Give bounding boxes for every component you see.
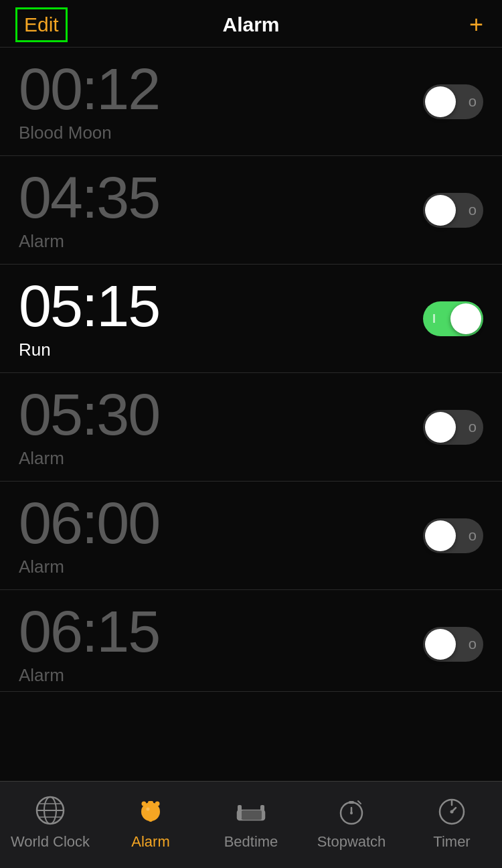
svg-point-8	[155, 801, 160, 806]
alarm-item: 06:15 Alarm	[0, 590, 502, 692]
tab-label-world-clock: World Clock	[11, 833, 90, 851]
tab-label-bedtime: Bedtime	[224, 833, 278, 851]
toggle-knob	[425, 412, 456, 443]
tab-bar: World Clock Alarm	[0, 781, 502, 868]
svg-rect-6	[148, 801, 153, 804]
add-alarm-button[interactable]: +	[469, 13, 483, 37]
alarm-info: 04:35 Alarm	[19, 168, 159, 252]
svg-rect-14	[238, 805, 242, 820]
toggle-knob	[425, 520, 456, 551]
alarm-time: 04:35	[19, 168, 159, 227]
alarm-label: Alarm	[19, 231, 159, 252]
alarm-label: Alarm	[19, 448, 159, 469]
alarm-time: 05:30	[19, 385, 159, 444]
alarm-time: 06:00	[19, 494, 159, 553]
svg-point-10	[144, 805, 157, 818]
alarm-toggle[interactable]	[423, 84, 483, 119]
alarm-label: Alarm	[19, 665, 159, 686]
toggle-knob	[450, 303, 481, 334]
alarm-info: 00:12 Blood Moon	[19, 60, 159, 143]
toggle-knob	[425, 195, 456, 226]
alarm-item: 00:12 Blood Moon	[0, 48, 502, 156]
alarm-list: 00:12 Blood Moon 04:35 Alarm 05:15 Run 0…	[0, 48, 502, 775]
alarm-item: 05:30 Alarm	[0, 373, 502, 482]
alarm-icon	[133, 793, 168, 828]
tab-label-alarm: Alarm	[131, 833, 169, 851]
tab-world-clock[interactable]: World Clock	[10, 793, 90, 851]
alarm-info: 06:00 Alarm	[19, 494, 159, 577]
alarm-label: Run	[19, 340, 159, 360]
alarm-item: 04:35 Alarm	[0, 156, 502, 265]
alarm-item: 05:15 Run	[0, 265, 502, 373]
tab-label-timer: Timer	[433, 833, 470, 851]
alarm-label: Alarm	[19, 557, 159, 577]
alarm-toggle[interactable]	[423, 410, 483, 445]
toggle-knob	[425, 86, 456, 117]
header: Edit Alarm +	[0, 0, 502, 48]
alarm-info: 05:15 Run	[19, 277, 159, 360]
svg-point-21	[350, 812, 353, 814]
stopwatch-icon	[334, 793, 369, 828]
alarm-info: 06:15 Alarm	[19, 602, 159, 686]
tab-alarm[interactable]: Alarm	[110, 793, 191, 851]
tab-bedtime[interactable]: Bedtime	[211, 793, 291, 851]
tab-label-stopwatch: Stopwatch	[317, 833, 386, 851]
alarm-info: 05:30 Alarm	[19, 385, 159, 469]
page-title: Alarm	[222, 13, 279, 36]
alarm-toggle[interactable]	[423, 301, 483, 336]
alarm-toggle[interactable]	[423, 193, 483, 228]
svg-line-22	[358, 801, 361, 804]
alarm-toggle[interactable]	[423, 518, 483, 553]
alarm-toggle[interactable]	[423, 627, 483, 662]
svg-rect-16	[242, 810, 262, 820]
alarm-label: Blood Moon	[19, 123, 159, 143]
edit-button[interactable]: Edit	[19, 11, 64, 39]
alarm-time: 05:15	[19, 277, 159, 336]
alarm-time: 00:12	[19, 60, 159, 119]
toggle-knob	[425, 629, 456, 660]
svg-point-7	[142, 801, 147, 806]
timer-icon	[434, 793, 469, 828]
tab-stopwatch[interactable]: Stopwatch	[311, 793, 392, 851]
tab-timer[interactable]: Timer	[412, 793, 492, 851]
alarm-time: 06:15	[19, 602, 159, 661]
world-clock-icon	[33, 793, 68, 828]
bedtime-icon	[234, 793, 268, 828]
alarm-item: 06:00 Alarm	[0, 482, 502, 590]
svg-point-26	[450, 810, 454, 813]
svg-point-11	[147, 807, 150, 810]
